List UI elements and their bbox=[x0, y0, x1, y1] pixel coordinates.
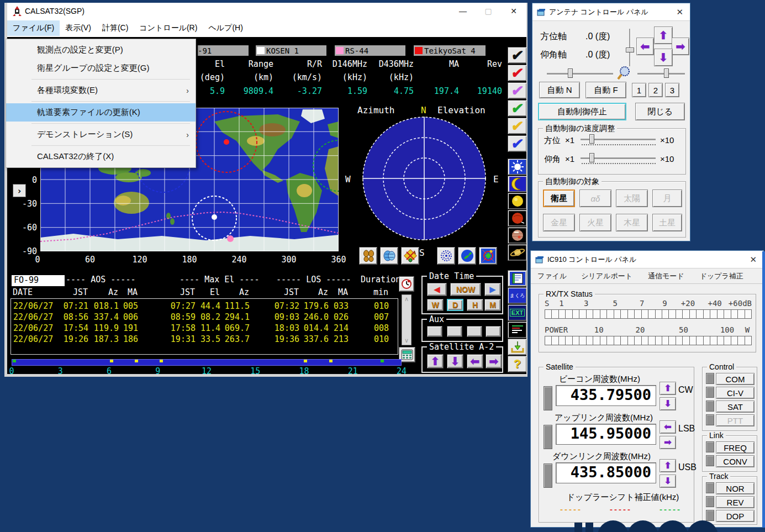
downlink-up-button[interactable]: ⬆ bbox=[660, 459, 676, 472]
aux-button-2[interactable] bbox=[447, 326, 462, 337]
satellite-check-button-6[interactable]: ✔ bbox=[508, 135, 526, 152]
jog-right-button[interactable]: ➡ bbox=[672, 38, 689, 55]
jog-left-button[interactable]: ⬅ bbox=[636, 38, 654, 55]
menu-control[interactable]: コントロール(R) bbox=[134, 20, 203, 36]
menu-view[interactable]: 表示(V) bbox=[60, 20, 97, 36]
help-button[interactable]: ? bbox=[508, 356, 526, 372]
auto-f-button[interactable]: 自動 F bbox=[585, 82, 626, 98]
nor-button[interactable]: NOR bbox=[716, 482, 755, 494]
minimize-button[interactable]: — bbox=[450, 3, 476, 19]
aux-button-3[interactable] bbox=[467, 326, 482, 337]
jupiter-display-button[interactable] bbox=[508, 227, 526, 244]
menu-item-demonstration[interactable]: デモンストレーション(S) › bbox=[6, 125, 196, 144]
azimuth-slider-thumb[interactable] bbox=[568, 69, 573, 78]
sat-button[interactable]: SAT bbox=[716, 401, 755, 413]
target-alpha-delta-button[interactable]: αδ bbox=[579, 189, 611, 207]
elevation-slider-thumb[interactable] bbox=[664, 69, 669, 78]
ic910-menu-serial[interactable]: シリアルポート bbox=[581, 271, 632, 281]
speed-el-thumb[interactable] bbox=[589, 153, 594, 162]
ptt-button[interactable]: PTT bbox=[716, 414, 755, 426]
satellite-check-button-4[interactable]: ✔ bbox=[508, 100, 526, 117]
datetime-forward-button[interactable]: ▶ bbox=[484, 283, 501, 296]
preset-1-button[interactable]: 1 bbox=[632, 83, 646, 97]
map-expand-button[interactable]: › bbox=[13, 184, 26, 197]
clock-button[interactable] bbox=[399, 276, 414, 292]
satellite-down-button[interactable]: ⬇ bbox=[447, 354, 463, 368]
menu-help[interactable]: ヘルプ(H) bbox=[203, 20, 248, 36]
uplink-tuning-bar[interactable] bbox=[544, 425, 552, 449]
elevation-slider-track[interactable] bbox=[637, 73, 685, 75]
menu-file[interactable]: ファイル(F) bbox=[7, 20, 60, 36]
aux-button-1[interactable] bbox=[427, 326, 442, 337]
downlink-freq-value[interactable]: 435.85000 bbox=[556, 462, 656, 483]
satellite-bar[interactable]: RS-44 bbox=[335, 45, 405, 56]
target-saturn-button[interactable]: 土星 bbox=[652, 214, 682, 231]
pass-scrollbar[interactable]: ∧ ∨ bbox=[402, 294, 411, 345]
datetime-week-button[interactable]: W bbox=[427, 299, 444, 311]
moon-display-button[interactable] bbox=[508, 176, 526, 192]
menu-item-update-elements[interactable]: 軌道要素ファイルの更新(K) bbox=[6, 103, 196, 122]
datetime-minute-button[interactable]: M bbox=[484, 299, 501, 311]
target-sun-button[interactable]: 太陽 bbox=[616, 189, 648, 207]
ext-button[interactable]: EXT bbox=[508, 304, 526, 321]
target-view-button[interactable] bbox=[479, 247, 497, 265]
beacon-freq-value[interactable]: 435.79500 bbox=[556, 385, 656, 406]
uplink-left-button[interactable]: ⬅ bbox=[660, 420, 676, 434]
close-button[interactable]: ✕ bbox=[501, 3, 526, 19]
pass-table[interactable]: 22/06/2707:21018.100507:2744.4111.507:32… bbox=[10, 298, 398, 355]
ic910-menu-commmode[interactable]: 通信モード bbox=[648, 271, 684, 281]
sun-display-button[interactable] bbox=[508, 159, 526, 175]
beacon-down-button[interactable]: ⬇ bbox=[660, 397, 676, 410]
target-venus-button[interactable]: 金星 bbox=[543, 214, 575, 231]
menu-calc[interactable]: 計算(C) bbox=[97, 20, 134, 36]
footprints-button[interactable] bbox=[359, 247, 377, 265]
downlink-down-button[interactable]: ⬇ bbox=[660, 475, 676, 488]
pass-satellite-name[interactable]: FO-99 bbox=[12, 275, 65, 286]
map-projection-button[interactable] bbox=[380, 247, 398, 265]
ic910-panel-titlebar[interactable]: IC910 コントロール パネル ✕ bbox=[531, 251, 763, 268]
satellite-bar[interactable]: KOSEN 1 bbox=[256, 45, 326, 56]
antenna-panel-titlebar[interactable]: アンテナ コントロール パネル ✕ bbox=[532, 3, 690, 21]
vertical-slider-thumb[interactable] bbox=[626, 48, 634, 52]
radar-view-button[interactable] bbox=[437, 247, 455, 265]
menu-item-exit[interactable]: CALSAT32の終了(X) bbox=[6, 148, 196, 166]
logbook-button[interactable] bbox=[508, 270, 526, 287]
menu-item-observer[interactable]: 観測点の設定と変更(P) bbox=[6, 41, 196, 59]
target-moon-button[interactable]: 月 bbox=[652, 189, 682, 207]
satellite-left-button[interactable]: ⬅ bbox=[467, 354, 483, 368]
preset-2-button[interactable]: 2 bbox=[648, 83, 663, 97]
datetime-day-button[interactable]: D bbox=[447, 299, 463, 311]
japan-view-button[interactable] bbox=[458, 247, 476, 265]
aux-button-4[interactable] bbox=[486, 326, 501, 337]
azimuth-slider-track[interactable] bbox=[547, 73, 613, 75]
uplink-freq-value[interactable]: 145.95000 bbox=[556, 424, 656, 445]
auto-n-button[interactable]: 自動 N bbox=[539, 82, 580, 98]
com-button[interactable]: COM bbox=[716, 373, 755, 385]
civ-button[interactable]: CI-V bbox=[716, 387, 755, 399]
satellite-check-button-1[interactable]: ✔ bbox=[508, 47, 526, 64]
title-bar[interactable]: CALSAT32(SGP) — ▢ ✕ bbox=[7, 3, 526, 19]
ic910-menu-doppler[interactable]: ドップラ補正 bbox=[700, 271, 743, 281]
jog-down-button[interactable]: ⬇ bbox=[654, 49, 673, 66]
target-satellite-button[interactable]: 衛星 bbox=[543, 189, 575, 207]
macro-button[interactable]: まくろ bbox=[508, 287, 526, 304]
import-button[interactable] bbox=[508, 339, 526, 355]
polar-plot[interactable] bbox=[362, 117, 486, 240]
magnifier-icon[interactable] bbox=[616, 65, 631, 81]
datetime-back-button[interactable]: ◀ bbox=[427, 283, 447, 296]
datetime-hour-button[interactable]: H bbox=[467, 299, 483, 311]
satellite-right-button[interactable]: ➡ bbox=[486, 354, 502, 368]
conv-button[interactable]: CONV bbox=[716, 455, 755, 467]
jog-up-button[interactable]: ⬆ bbox=[654, 27, 673, 44]
rev-button[interactable]: REV bbox=[716, 496, 755, 508]
auto-stop-button[interactable]: 自動制御停止 bbox=[538, 103, 626, 120]
scroll-up-arrow[interactable]: ∧ bbox=[402, 295, 411, 304]
scroll-down-arrow[interactable]: ∨ bbox=[402, 336, 411, 345]
freq-button[interactable]: FREQ bbox=[716, 441, 755, 454]
ic910-menu-file[interactable]: ファイル bbox=[537, 271, 567, 281]
satellite-check-button-5[interactable]: ✔ bbox=[508, 118, 526, 134]
log-list-button[interactable] bbox=[508, 322, 526, 338]
satellite-check-button-2[interactable]: ✔ bbox=[508, 65, 526, 81]
downlink-tuning-bar[interactable] bbox=[544, 463, 552, 488]
satellite-check-button-3[interactable]: ✔ bbox=[508, 82, 526, 99]
